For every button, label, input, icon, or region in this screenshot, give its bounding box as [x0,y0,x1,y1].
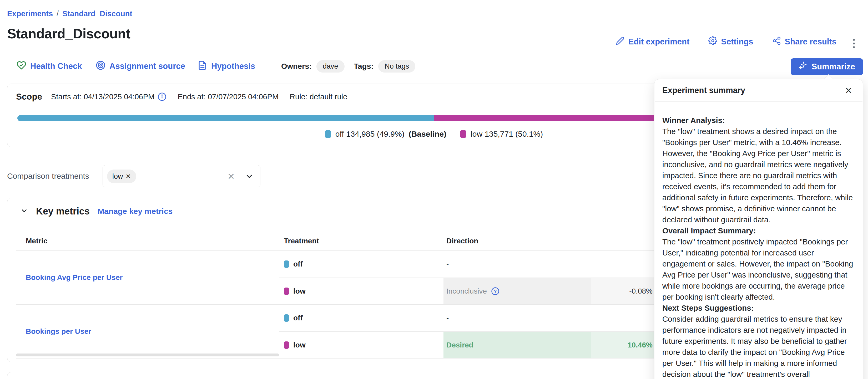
breadcrumb-experiments[interactable]: Experiments [7,9,53,18]
page-title: Standard_Discount [7,26,130,41]
collapse-chevron-icon[interactable] [20,207,28,216]
legend-item-off: off 134,985 (49.9%) (Baseline) [325,130,446,139]
off-swatch [284,314,289,322]
more-options-button[interactable] [851,37,857,50]
section-body: The "low" treatment positively impacted … [662,236,854,303]
settings-button[interactable]: Settings [708,36,753,47]
comparison-treatments-label: Comparison treatments [7,172,89,180]
off-swatch [284,261,289,268]
heart-check-icon [17,61,26,72]
info-icon[interactable] [158,92,166,101]
panel-title: Experiment summary [662,86,845,95]
help-icon[interactable]: ? [491,287,499,296]
summarize-button[interactable]: Summarize [791,58,863,75]
column-header-metric: Metric [16,237,279,245]
direction-cell: Inconclusive ? [443,278,591,304]
close-icon[interactable]: ✕ [845,86,852,95]
low-swatch [284,341,289,349]
tags-group: Tags: No tags [354,59,415,74]
owner-chip[interactable]: dave [316,60,345,73]
share-icon [772,36,781,47]
scope-ends: Ends at: 07/07/2025 04:06PM [178,93,279,101]
health-check-link[interactable]: Health Check [17,59,82,74]
scope-title: Scope [16,92,42,102]
section-body: Consider adding guardrail metrics to ens… [662,314,854,379]
header-actions: Edit experiment Settings Share results [616,36,836,47]
svg-text:?: ? [494,289,497,294]
tags-chip[interactable]: No tags [378,60,415,73]
owners-group: Owners: dave [281,59,345,74]
edit-experiment-button[interactable]: Edit experiment [616,36,690,47]
gear-icon [708,36,717,47]
metric-link-bookings-per-user[interactable]: Bookings per User [26,327,91,336]
pencil-icon [616,36,625,47]
tags-label: Tags: [354,62,373,71]
scope-details: Scope Starts at: 04/13/2025 04:06PM Ends… [16,92,347,102]
metric-link-booking-avg-price[interactable]: Booking Avg Price per User [26,273,123,282]
chevron-down-icon[interactable] [245,172,254,182]
horizontal-scrollbar[interactable] [16,353,279,356]
direction-cell: - [443,305,591,332]
section-heading: Next Steps Suggestions: [662,303,854,314]
document-icon [197,61,207,72]
section-heading: Winner Analysis: [662,115,854,126]
key-metrics-header: Key metrics Manage key metrics [20,206,173,217]
scope-rule: Rule: default rule [289,93,347,101]
select-divider [240,169,240,184]
bar-segment-off [18,115,434,121]
low-swatch [460,130,466,138]
low-swatch [284,287,289,295]
breadcrumb-current[interactable]: Standard_Discount [62,9,132,18]
section-heading: Overall Impact Summary: [662,225,854,236]
comparison-treatments-select[interactable]: low ✕ ✕ [102,165,260,187]
clear-selection-icon[interactable]: ✕ [227,165,235,187]
key-metrics-title: Key metrics [36,206,90,217]
off-swatch [325,130,331,138]
treatment-chip-low[interactable]: low ✕ [107,170,136,183]
experiment-page: Experiments / Standard_Discount Standard… [0,0,868,379]
section-body: The "low" treatment shows a desired impa… [662,126,854,225]
manage-key-metrics-link[interactable]: Manage key metrics [98,207,173,216]
hypothesis-link[interactable]: Hypothesis [197,59,255,74]
assignment-source-link[interactable]: Assignment source [96,59,185,74]
column-header-treatment: Treatment [279,237,443,245]
experiment-summary-panel: Experiment summary ✕ Winner Analysis: Th… [654,79,863,379]
breadcrumb-separator: / [57,9,59,18]
chip-remove-icon[interactable]: ✕ [126,173,131,180]
owners-label: Owners: [281,62,312,71]
target-icon [96,61,105,72]
experiment-summary-body: Winner Analysis: The "low" treatment sho… [654,102,863,379]
scope-starts: Starts at: 04/13/2025 04:06PM [51,92,166,101]
direction-cell: Desired [443,332,591,358]
legend-item-low: low 135,771 (50.1%) [460,130,543,139]
share-results-button[interactable]: Share results [772,36,836,47]
direction-cell: - [443,251,591,278]
breadcrumb: Experiments / Standard_Discount [7,9,132,18]
sparkles-icon [799,61,807,72]
